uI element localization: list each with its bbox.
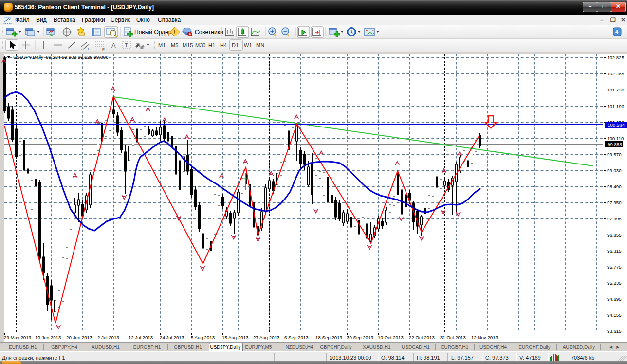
svg-text:10 Jun 2013: 10 Jun 2013: [35, 335, 61, 340]
svg-text:94.695: 94.695: [607, 296, 622, 302]
svg-text:95.235: 95.235: [607, 280, 622, 286]
svg-text:94.155: 94.155: [607, 312, 622, 318]
svg-text:31 Oct 2013: 31 Oct 2013: [440, 335, 466, 340]
svg-text:30 Sep 2013: 30 Sep 2013: [347, 335, 373, 340]
svg-text:6 Sep 2013: 6 Sep 2013: [284, 335, 309, 340]
svg-text:99.888: 99.888: [608, 142, 622, 147]
svg-text:D1: D1: [232, 42, 239, 48]
svg-text:27 Aug 2013: 27 Aug 2013: [253, 335, 279, 340]
svg-text:93.615: 93.615: [607, 328, 622, 334]
svg-text:Советники: Советники: [195, 29, 223, 36]
svg-text:M30: M30: [195, 42, 205, 48]
svg-text:12 Jul 2013: 12 Jul 2013: [129, 335, 153, 340]
svg-text:M1: M1: [158, 42, 166, 48]
svg-text:22 Oct 2013: 22 Oct 2013: [409, 335, 435, 340]
svg-text:M5: M5: [171, 42, 178, 48]
svg-text:E: E: [88, 47, 90, 51]
svg-text:M15: M15: [183, 42, 193, 48]
svg-text:T: T: [125, 42, 128, 48]
svg-text:2 Jul 2013: 2 Jul 2013: [97, 335, 119, 340]
svg-text:95.775: 95.775: [607, 264, 622, 270]
svg-text:97.395: 97.395: [607, 216, 622, 221]
svg-text:4: 4: [615, 29, 619, 35]
svg-text:Новый Ордер: Новый Ордер: [134, 29, 172, 36]
svg-text:15 Aug 2013: 15 Aug 2013: [222, 335, 248, 340]
svg-text:100.110: 100.110: [607, 136, 624, 141]
svg-text:24 Jul 2013: 24 Jul 2013: [160, 335, 184, 340]
svg-text:96.855: 96.855: [607, 232, 622, 237]
svg-text:USDJPY,Daily 99.234 99.932 99: USDJPY,Daily 99.234 99.932 99.129 99.888: [13, 55, 109, 60]
svg-text:99.030: 99.030: [607, 168, 622, 173]
svg-text:5 Aug 2013: 5 Aug 2013: [191, 335, 215, 340]
svg-text:97.950: 97.950: [607, 200, 622, 205]
svg-text:98.490: 98.490: [607, 184, 622, 189]
svg-text:29 May 2013: 29 May 2013: [4, 335, 31, 340]
svg-text:!: !: [174, 29, 176, 35]
svg-text:10 Oct 2013: 10 Oct 2013: [378, 335, 404, 340]
svg-text:99.570: 99.570: [607, 152, 622, 157]
svg-text:101.190: 101.190: [607, 104, 625, 109]
svg-text:F: F: [102, 47, 105, 52]
svg-text:96.315: 96.315: [607, 248, 622, 254]
svg-text:H4: H4: [220, 42, 227, 48]
svg-text:MN: MN: [256, 42, 264, 48]
svg-text:A: A: [111, 42, 116, 49]
svg-text:20 Jun 2013: 20 Jun 2013: [66, 335, 92, 340]
svg-text:100.584: 100.584: [608, 122, 625, 127]
svg-text:101.730: 101.730: [607, 87, 625, 92]
svg-text:W1: W1: [244, 42, 252, 48]
svg-text:102.285: 102.285: [607, 71, 624, 76]
svg-text:18 Sep 2013: 18 Sep 2013: [315, 335, 342, 340]
svg-text:H1: H1: [208, 42, 215, 48]
svg-text:12 Nov 2013: 12 Nov 2013: [471, 335, 498, 340]
svg-text:102.825: 102.825: [607, 55, 624, 60]
